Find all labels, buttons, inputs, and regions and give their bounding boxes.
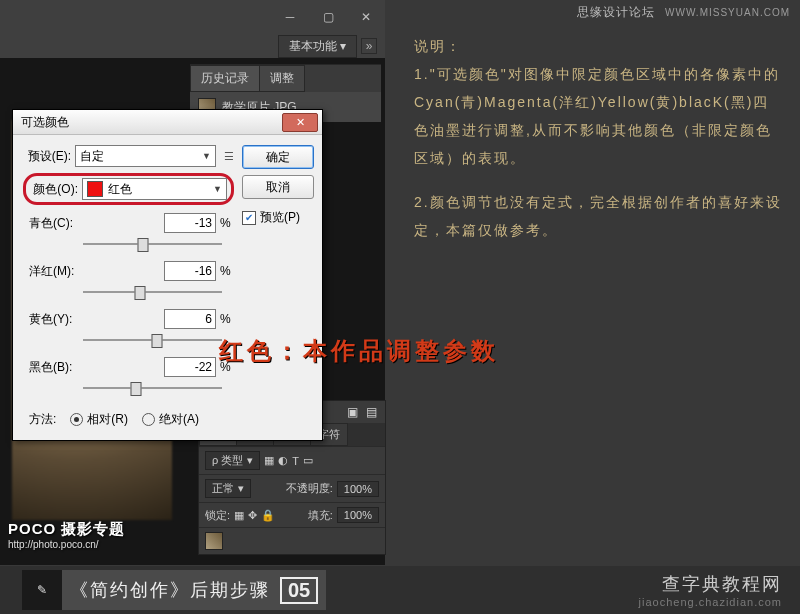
history-panel-tabs: 历史记录 调整 [190,64,381,92]
explanation-heading: 说明： [414,32,784,60]
minimize-button[interactable]: ─ [271,7,309,27]
preset-label: 预设(E): [23,148,71,165]
percent-label: % [220,216,234,230]
lock-pixels-icon[interactable]: ▦ [234,509,244,522]
step-number: 05 [280,577,318,604]
selective-color-dialog: 可选颜色 ✕ 预设(E): 自定 ▼ ☰ 颜色(O): 红色 [12,109,323,441]
yellow-slider[interactable] [83,331,222,349]
radio-checked-icon [70,413,83,426]
magenta-label: 洋红(M): [23,263,81,280]
relative-radio[interactable]: 相对(R) [70,411,128,428]
filter-icon-2[interactable]: ◐ [278,454,288,467]
color-select[interactable]: 红色 ▼ [82,178,227,200]
footer-bar: ✎ 《简约创作》后期步骤 05 查字典教程网 jiaocheng.chazidi… [0,566,800,614]
watermark-url: WWW.MISSYUAN.COM [665,7,790,18]
cyan-label: 青色(C): [23,215,81,232]
explanation-p2: 2.颜色调节也没有定式，完全根据创作者的喜好来设定，本篇仅做参考。 [414,188,784,244]
yellow-input[interactable]: 6 [164,309,216,329]
method-label: 方法: [29,411,56,428]
chevron-down-icon: ▼ [213,184,222,194]
color-label: 颜色(O): [30,181,78,198]
black-input[interactable]: -22 [164,357,216,377]
preset-value: 自定 [80,148,104,165]
magenta-slider[interactable] [83,283,222,301]
checkbox-checked-icon: ✔ [242,211,256,225]
tab-history[interactable]: 历史记录 [190,65,260,92]
chazidian-watermark: 查字典教程网 jiaocheng.chazidian.com [639,572,782,608]
panel-options-icon[interactable]: ▤ [366,405,377,419]
black-slider[interactable] [83,379,222,397]
opacity-value[interactable]: 100% [337,481,379,497]
explanation-p1: 1."可选颜色"对图像中限定颜色区域中的各像素中的Cyan(青)Magenta(… [414,60,784,172]
relative-label: 相对(R) [87,411,128,428]
workspace-button[interactable]: 基本功能 ▾ [278,35,357,58]
poco-url: http://photo.poco.cn/ [8,539,125,550]
maximize-button[interactable]: ▢ [309,7,347,27]
ok-button[interactable]: 确定 [242,145,314,169]
absolute-label: 绝对(A) [159,411,199,428]
poco-title: POCO 摄影专题 [8,520,125,539]
layer-row[interactable] [199,527,385,554]
preview-label: 预览(P) [260,209,300,226]
lock-all-icon[interactable]: 🔒 [261,509,275,522]
layer-kind-filter[interactable]: ρ 类型 ▾ [205,451,260,470]
absolute-radio[interactable]: 绝对(A) [142,411,199,428]
zd-brand-b: 教程网 [722,574,782,594]
chevron-down-icon: ▾ [340,39,346,53]
panel-menu-icon[interactable]: » [361,38,377,54]
close-icon[interactable]: ✕ [282,113,318,132]
yellow-label: 黄色(Y): [23,311,81,328]
zd-url: jiaocheng.chazidian.com [639,596,782,608]
percent-label: % [220,264,234,278]
annotation-red-heading: 红色：本作品调整参数 [219,335,499,367]
percent-label: % [220,312,234,326]
footer-title: 《简约创作》后期步骤 [70,578,270,602]
explanation-block: 说明： 1."可选颜色"对图像中限定颜色区域中的各像素中的Cyan(青)Mage… [414,32,784,244]
cyan-input[interactable]: -13 [164,213,216,233]
lock-label: 锁定: [205,508,230,523]
black-label: 黑色(B): [23,359,81,376]
cancel-button[interactable]: 取消 [242,175,314,199]
watermark-site: 思缘设计论坛 [577,5,655,19]
camera-icon[interactable]: ▣ [347,405,358,419]
workspace-label: 基本功能 [289,39,337,53]
preset-select[interactable]: 自定 ▼ [75,145,216,167]
window-controls: ─ ▢ ✕ [0,0,385,34]
radio-unchecked-icon [142,413,155,426]
lock-position-icon[interactable]: ✥ [248,509,257,522]
poco-watermark: POCO 摄影专题 http://photo.poco.cn/ [8,520,125,550]
chevron-down-icon: ▼ [202,151,211,161]
blend-mode-select[interactable]: 正常 ▾ [205,479,251,498]
filter-icon[interactable]: ▦ [264,454,274,467]
filter-icon-3[interactable]: T [292,455,299,467]
zd-brand-a: 查字典 [662,574,722,594]
dialog-title: 可选颜色 [21,114,69,131]
fill-label: 填充: [308,508,333,523]
cyan-slider[interactable] [83,235,222,253]
layer-thumbnail-icon [205,532,223,550]
red-swatch-icon [87,181,103,197]
opacity-label: 不透明度: [286,481,333,496]
preset-menu-icon[interactable]: ☰ [224,150,234,163]
filter-icon-4[interactable]: ▭ [303,454,313,467]
brush-icon: ✎ [22,570,62,610]
tab-adjustments[interactable]: 调整 [259,65,305,92]
color-select-highlight: 颜色(O): 红色 ▼ [23,173,234,205]
close-button[interactable]: ✕ [347,7,385,27]
magenta-input[interactable]: -16 [164,261,216,281]
color-value: 红色 [108,181,132,198]
fill-value[interactable]: 100% [337,507,379,523]
preview-checkbox[interactable]: ✔ 预览(P) [242,209,314,226]
